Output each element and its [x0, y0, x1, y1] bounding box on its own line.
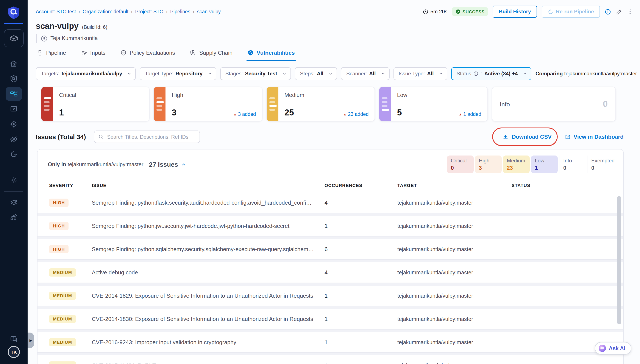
tab-pipeline[interactable]: Pipeline [36, 47, 67, 61]
download-csv-button[interactable]: Download CSV [503, 134, 552, 140]
supply-chain-shield-icon [190, 50, 196, 56]
issue-title[interactable]: Semgrep Finding: python.sqlalchemy.secur… [92, 246, 325, 252]
search-input[interactable] [107, 134, 196, 140]
issue-title[interactable]: CVE-2014-1829: Exposure of Sensitive Inf… [92, 292, 325, 299]
view-in-dashboard-button[interactable]: View in Dashboard [564, 134, 624, 140]
tab-policy-evaluations[interactable]: Policy Evaluations [119, 47, 176, 61]
sidebar-expand-handle[interactable]: ▶ [28, 332, 34, 348]
table-row[interactable]: MEDIUM CVE-2014-1830: Exposure of Sensit… [38, 309, 623, 329]
row-divider [38, 282, 623, 286]
sidebar-item-home[interactable] [6, 57, 22, 71]
severity-gauge-icon [154, 87, 166, 121]
severity-badge: MEDIUM [49, 292, 76, 300]
table-row[interactable]: MEDIUM CVE-2016-9243: Improper input val… [38, 332, 623, 352]
user-avatar[interactable]: TK [8, 346, 20, 358]
issue-title[interactable]: CVE-2016-9243: Improper input validation… [92, 339, 325, 346]
ask-ai-button[interactable]: Ask AI [594, 342, 631, 354]
issue-title[interactable]: Active debug code [92, 269, 325, 276]
issue-title[interactable]: CVE-2014-1830: Exposure of Sensitive Inf… [92, 316, 325, 322]
tab-supply-chain[interactable]: Supply Chain [189, 47, 233, 61]
table-scrollbar[interactable] [617, 196, 621, 324]
target: tejakummarikuntla/vulpy:master [397, 293, 511, 299]
occurrences: 1 [325, 223, 397, 229]
home-icon [10, 60, 18, 68]
svg-text:?: ? [13, 337, 14, 340]
kebab-menu-icon [627, 8, 633, 15]
table-row[interactable]: HIGH Semgrep Finding: python.sqlalchemy.… [38, 239, 623, 259]
build-duration: 5m 20s [423, 8, 448, 15]
breadcrumb-pipelines[interactable]: Pipelines [170, 9, 190, 14]
col-status: STATUS [511, 183, 619, 188]
user-icon [41, 35, 48, 42]
sidebar-item-exemptions[interactable] [6, 132, 22, 146]
sidebar: ? TK [0, 0, 28, 364]
rerun-pipeline-button[interactable]: Re-run Pipeline [542, 6, 600, 18]
severity-card-info[interactable]: Info 0 [491, 86, 616, 122]
table-row[interactable]: HIGH Semgrep Finding: python.flask.secur… [38, 192, 623, 213]
occurrences: 6 [325, 246, 397, 252]
filter-bar: Targets:tejakummarikuntla/vulpy Target T… [36, 67, 633, 80]
sidebar-item-default-settings[interactable] [6, 196, 22, 209]
issue-title[interactable]: CVE-2017-11424: PyJWT... [92, 362, 325, 364]
more-options-button[interactable] [627, 8, 633, 15]
card-name: Critical [59, 92, 143, 98]
author-name: Teja Kummarikuntla [51, 35, 98, 41]
severity-card-medium[interactable]: Medium 25 ▲23 added [266, 86, 375, 122]
table-row-partial[interactable]: MEDIUM CVE-2017-11424: PyJWT... 1 tejaku… [38, 356, 623, 364]
sidebar-item-settings[interactable] [6, 173, 22, 187]
filter-status[interactable]: Status :Active (34) +4 [451, 67, 532, 80]
info-icon [473, 71, 479, 76]
issue-title[interactable]: Semgrep Finding: python.flask.security.a… [92, 200, 325, 206]
search-icon [99, 134, 104, 140]
issue-title[interactable]: Semgrep Finding: python.jwt.security.jwt… [92, 223, 325, 229]
tab-vulnerabilities[interactable]: Vulnerabilities [246, 47, 296, 61]
cube-icon [9, 34, 19, 43]
filter-stages[interactable]: Stages:Security Test [220, 67, 291, 80]
sidebar-item-executions[interactable] [6, 102, 22, 116]
filter-issue-type[interactable]: Issue Type:All [393, 67, 448, 80]
target: tejakummarikuntla/vulpy:master [397, 362, 511, 364]
triangle-up-icon: ▲ [233, 112, 237, 116]
occurrences: 4 [325, 200, 397, 206]
main-content: Account: STO test› Organization: default… [28, 0, 640, 364]
info-button[interactable] [605, 8, 611, 15]
download-icon [503, 134, 509, 140]
breadcrumb-org[interactable]: Organization: default [83, 9, 129, 14]
group-count-toggle[interactable]: 27 Issues [149, 161, 186, 168]
card-name: Medium [284, 92, 369, 98]
breadcrumb-project[interactable]: Project: STO [135, 9, 163, 14]
filter-target-type[interactable]: Target Type:Repository [140, 67, 216, 80]
card-count: 3 [172, 108, 177, 117]
tab-inputs[interactable]: Inputs [80, 47, 107, 61]
severity-card-critical[interactable]: Critical 1 [41, 86, 150, 122]
table-row[interactable]: HIGH Semgrep Finding: python.jwt.securit… [38, 216, 623, 236]
external-link-icon [564, 134, 571, 140]
sidebar-item-targets[interactable] [6, 117, 22, 131]
chip-low: Low1 [531, 156, 558, 173]
edit-pipeline-button[interactable] [616, 8, 622, 15]
build-history-button[interactable]: Build History [493, 6, 537, 18]
breadcrumb-account[interactable]: Account: STO test [36, 9, 76, 14]
info-icon [605, 8, 611, 15]
play-box-icon [10, 105, 18, 113]
severity-card-high[interactable]: High 3 ▲3 added [154, 86, 262, 122]
severity-card-low[interactable]: Low 5 ▲1 added [379, 86, 488, 122]
sidebar-item-pipelines[interactable] [6, 87, 22, 101]
filter-targets[interactable]: Targets:tejakummarikuntla/vulpy [36, 67, 136, 80]
status-badge: SUCCESS [452, 7, 488, 16]
sidebar-item-test-targets[interactable] [6, 72, 22, 86]
sidebar-item-get-started[interactable] [6, 147, 22, 161]
sto-logo[interactable] [7, 6, 21, 20]
sidebar-divider [4, 191, 23, 192]
breadcrumb-separator: › [193, 9, 194, 14]
table-row[interactable]: MEDIUM Active debug code 4 tejakummariku… [38, 262, 623, 282]
target: tejakummarikuntla/vulpy:master [397, 246, 511, 252]
sidebar-item-help[interactable]: ? [6, 332, 22, 346]
sidebar-item-module[interactable] [4, 29, 24, 48]
chevron-down-icon [439, 72, 443, 76]
sidebar-item-integrations[interactable] [6, 211, 22, 224]
table-row[interactable]: MEDIUM CVE-2014-1829: Exposure of Sensit… [38, 286, 623, 306]
filter-scanner[interactable]: Scanner:All [341, 67, 390, 80]
breadcrumb-current[interactable]: scan-vulpy [197, 9, 221, 14]
filter-steps[interactable]: Steps:All [295, 67, 337, 80]
